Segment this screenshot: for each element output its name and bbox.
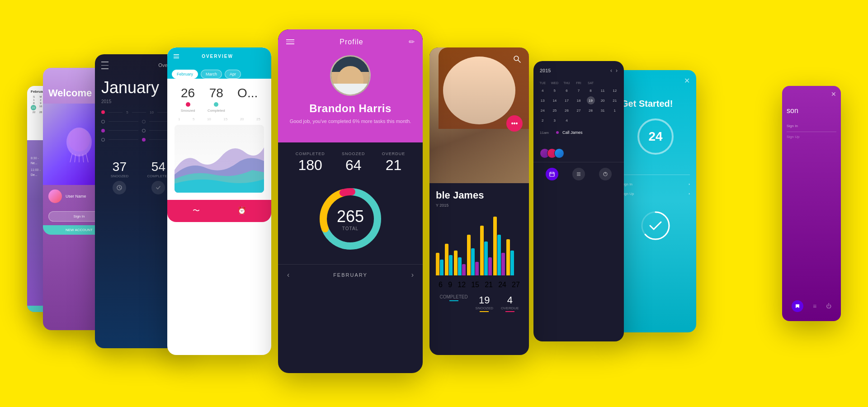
card6-bottom-stats: COMPLETED 19 SNOOZED 4 OVERDUE (429, 290, 529, 317)
completed-label: COMPLETED (147, 174, 170, 178)
calendar-icon-button[interactable] (546, 168, 558, 180)
overdue-label: OVERDUE (382, 151, 406, 156)
bar-gold (506, 239, 510, 275)
profile-subtitle: Good job, you've completed 6% more tasks… (290, 118, 411, 125)
snoozed-value: 64 (342, 157, 365, 174)
exit-icon[interactable]: ✕ (831, 90, 836, 98)
user-name: User Name (66, 194, 86, 199)
cal-day[interactable]: 31 (599, 106, 607, 114)
bar-gold (493, 217, 497, 275)
sign-in-arrow[interactable]: › (689, 182, 690, 186)
cal-day[interactable]: 8 (587, 86, 595, 95)
jellyfish-svg (66, 126, 93, 162)
sign-in-label: Sign In (787, 124, 836, 128)
hamburger-icon[interactable] (101, 61, 108, 70)
cal-day[interactable]: 21 (611, 96, 619, 104)
snoozed-stat: 37 SNOOZED (111, 160, 129, 197)
clock-icon[interactable]: ⏰ (237, 206, 246, 216)
next-month-button[interactable]: › (616, 67, 618, 74)
card-overview-cyan: OVERVIEW February March Apr 26 Snoozed 7… (167, 47, 271, 355)
event-title: Call James (562, 130, 583, 135)
menu-icon[interactable] (286, 39, 294, 44)
bar-group-3 (454, 251, 466, 275)
profile-topbar: Profile ✏ (286, 38, 415, 46)
cal-day[interactable]: 4 (562, 116, 571, 124)
account-label: Sign Up (787, 132, 836, 139)
user-avatar (48, 189, 62, 203)
get-started-title: Get Started! (621, 98, 690, 109)
cal-day[interactable]: 27 (575, 106, 583, 114)
snoozed-label: SNOOZED (476, 306, 494, 310)
exit-icon[interactable]: ✕ (684, 76, 690, 85)
list-icon-button[interactable]: ≡ (813, 300, 816, 312)
card-get-started: ✕ Get Started! 24 Sign In › Sign Up › (615, 70, 696, 332)
profile-name: Brandon Harris (309, 102, 392, 115)
cal-day[interactable]: 11 (599, 86, 607, 95)
completed-value: 180 (296, 157, 325, 174)
cal-day[interactable]: 1 (611, 106, 619, 114)
cal-day[interactable]: 17 (562, 96, 571, 104)
more-options-button[interactable]: ••• (506, 115, 523, 132)
overdue-line (505, 311, 514, 312)
cal-day[interactable]: 3 (551, 116, 559, 124)
search-button[interactable] (512, 54, 523, 65)
month-navigation: ‹ FEBRUARY › (278, 264, 423, 285)
completed-stat: 54 COMPLETED (147, 160, 170, 197)
power-icon-button[interactable] (599, 168, 612, 180)
power-icon-button[interactable]: ⏻ (826, 300, 831, 312)
prev-month-button[interactable]: ‹ (287, 271, 289, 279)
cal-day[interactable]: 13 (538, 96, 547, 104)
sign-up-arrow[interactable]: › (689, 192, 690, 196)
sign-in-row: Sign In › (615, 180, 696, 189)
bar-group-1 (436, 253, 443, 275)
scale-label: 15 (223, 117, 227, 121)
cal-day[interactable]: 2 (538, 116, 547, 124)
card4-header: OVERVIEW (167, 47, 271, 65)
cal-day[interactable]: 18 (575, 96, 583, 104)
cal-day[interactable]: 4 (538, 86, 547, 95)
scale-label: 5 (193, 117, 194, 121)
snoozed-value: 19 (476, 294, 494, 306)
divider (621, 175, 690, 175)
tab-march[interactable]: March (201, 70, 222, 79)
day-header: TUE (537, 80, 548, 86)
tab-april[interactable]: Apr (225, 70, 241, 79)
cal-day[interactable]: 24 (538, 106, 547, 114)
cal-day[interactable]: 25 (551, 106, 559, 114)
cal-day: 22 (31, 111, 37, 114)
person-face (331, 57, 369, 95)
cal-day[interactable]: 14 (551, 96, 559, 104)
menu-icon[interactable] (174, 54, 179, 58)
card9-bottom-nav: ≡ ⏻ (782, 300, 841, 312)
timeline-dot (142, 120, 146, 123)
cal-day[interactable]: 7 (575, 86, 583, 95)
cal-day[interactable]: 26 (562, 106, 571, 114)
total-value: 265 (337, 207, 364, 226)
current-month: FEBRUARY (333, 272, 368, 278)
snoozed-label: SNOOZED (342, 151, 365, 156)
cal-day[interactable]: 6 (562, 86, 571, 95)
edit-icon[interactable]: ✏ (409, 38, 415, 46)
bar-purple (488, 257, 492, 275)
active-icon-button[interactable] (792, 300, 803, 312)
cal-day[interactable]: 20 (599, 96, 607, 104)
prev-month-button[interactable]: ‹ (610, 67, 612, 74)
tab-february[interactable]: February (172, 70, 198, 79)
card9-content: son Sign In Sign Up (782, 102, 841, 143)
list-icon-button[interactable] (572, 168, 585, 180)
bar-group-5 (480, 226, 492, 275)
bar-teal (440, 260, 443, 275)
x-label: 9 (448, 281, 452, 289)
wave-icon[interactable]: 〜 (193, 206, 200, 216)
cal-day[interactable]: 12 (611, 86, 619, 95)
donut-chart-container: 265 TOTAL (314, 183, 387, 255)
completed-dot (214, 102, 218, 107)
next-month-button[interactable]: › (411, 271, 414, 279)
stats-row: COMPLETED 180 SNOOZED 64 OVERDUE 21 (287, 151, 414, 174)
svg-line-6 (86, 153, 88, 162)
cal-day[interactable]: 28 (587, 106, 595, 114)
bar-teal (458, 257, 462, 275)
completed-col: COMPLETED 180 (296, 151, 325, 174)
cal-today[interactable]: 19 (587, 96, 595, 104)
cal-day[interactable]: 5 (551, 86, 559, 95)
